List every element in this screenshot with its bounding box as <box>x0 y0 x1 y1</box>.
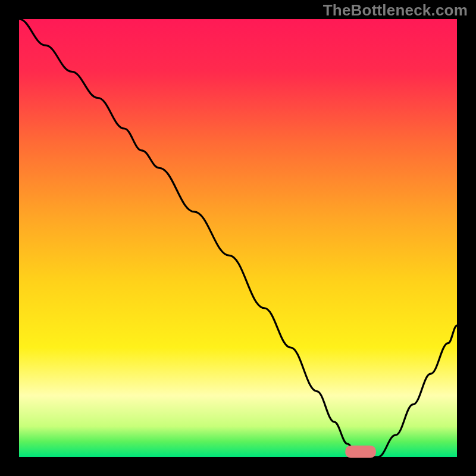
optimal-marker <box>345 446 376 458</box>
bottleneck-chart <box>0 0 476 476</box>
chart-frame: TheBottleneck.com <box>0 0 476 476</box>
